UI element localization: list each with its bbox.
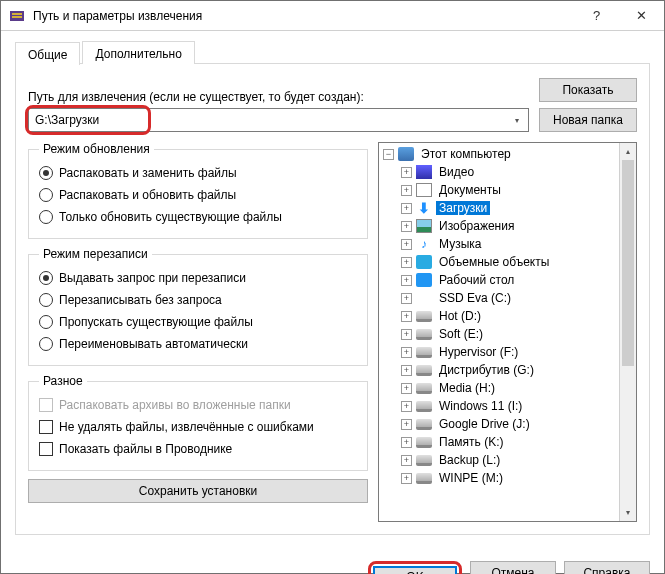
tab-general[interactable]: Общие — [15, 42, 80, 65]
update-mode-option[interactable]: Распаковать и обновить файлы — [39, 184, 357, 206]
img-icon — [416, 219, 432, 233]
tree-label: Дистрибутив (G:) — [436, 363, 537, 377]
update-mode-option[interactable]: Распаковать и заменить файлы — [39, 162, 357, 184]
tree-label: Рабочий стол — [436, 273, 517, 287]
dialog-footer: OK Отмена Справка — [1, 549, 664, 574]
expander-icon[interactable]: + — [401, 167, 412, 178]
checkbox-icon — [39, 398, 53, 412]
expander-icon[interactable]: + — [401, 473, 412, 484]
scrollbar-thumb[interactable] — [622, 160, 634, 366]
drv-icon — [416, 347, 432, 358]
tree-node[interactable]: +Hypervisor (F:) — [401, 343, 619, 361]
expander-icon[interactable]: − — [383, 149, 394, 160]
tree-label: Backup (L:) — [436, 453, 503, 467]
folder-tree[interactable]: −Этот компьютер+Видео+Документы+⬇Загрузк… — [379, 143, 619, 521]
drv-icon — [416, 311, 432, 322]
radio-icon — [39, 293, 53, 307]
tree-node[interactable]: +Hot (D:) — [401, 307, 619, 325]
overwrite-mode-option[interactable]: Пропускать существующие файлы — [39, 311, 357, 333]
tree-node[interactable]: +Объемные объекты — [401, 253, 619, 271]
tree-node[interactable]: +SSD Eva (C:) — [401, 289, 619, 307]
titlebar: Путь и параметры извлечения ? ✕ — [1, 1, 664, 31]
show-button[interactable]: Показать — [539, 78, 637, 102]
checkbox-icon — [39, 420, 53, 434]
app-icon — [9, 8, 25, 24]
checkbox-icon — [39, 442, 53, 456]
path-input[interactable] — [28, 108, 529, 132]
tab-advanced[interactable]: Дополнительно — [82, 41, 194, 64]
path-dropdown-arrow[interactable]: ▾ — [509, 112, 525, 128]
tab-strip: Общие Дополнительно — [15, 41, 650, 64]
expander-icon[interactable]: + — [401, 347, 412, 358]
scrollbar-track[interactable] — [620, 160, 636, 504]
overwrite-mode-option[interactable]: Перезаписывать без запроса — [39, 289, 357, 311]
tree-node[interactable]: +Windows 11 (I:) — [401, 397, 619, 415]
tree-node[interactable]: +Google Drive (J:) — [401, 415, 619, 433]
save-settings-button[interactable]: Сохранить установки — [28, 479, 368, 503]
tree-node[interactable]: +Media (H:) — [401, 379, 619, 397]
scroll-down-icon[interactable]: ▾ — [620, 504, 636, 521]
drv-icon — [416, 437, 432, 448]
tree-node[interactable]: +Backup (L:) — [401, 451, 619, 469]
expander-icon[interactable]: + — [401, 383, 412, 394]
drv-icon — [416, 401, 432, 412]
update-mode-label: Только обновить существующие файлы — [59, 210, 282, 224]
cancel-button[interactable]: Отмена — [470, 561, 556, 574]
tree-node-root[interactable]: −Этот компьютер — [383, 145, 619, 163]
doc-icon — [416, 183, 432, 197]
misc-option[interactable]: Не удалять файлы, извлечённые с ошибками — [39, 416, 357, 438]
drv-icon — [416, 419, 432, 430]
tree-node[interactable]: +Видео — [401, 163, 619, 181]
expander-icon[interactable]: + — [401, 185, 412, 196]
expander-icon[interactable]: + — [401, 257, 412, 268]
tree-node[interactable]: +Документы — [401, 181, 619, 199]
expander-icon[interactable]: + — [401, 455, 412, 466]
misc-option[interactable]: Показать файлы в Проводнике — [39, 438, 357, 460]
tree-label: Музыка — [436, 237, 484, 251]
client-area: Общие Дополнительно Путь для извлечения … — [1, 31, 664, 549]
overwrite-mode-legend: Режим перезаписи — [39, 247, 152, 261]
expander-icon[interactable]: + — [401, 437, 412, 448]
tree-label: Объемные объекты — [436, 255, 552, 269]
expander-icon[interactable]: + — [401, 293, 412, 304]
tree-label: SSD Eva (C:) — [436, 291, 514, 305]
expander-icon[interactable]: + — [401, 329, 412, 340]
expander-icon[interactable]: + — [401, 221, 412, 232]
update-mode-label: Распаковать и заменить файлы — [59, 166, 237, 180]
svg-rect-2 — [12, 16, 22, 18]
expander-icon[interactable]: + — [401, 203, 412, 214]
tree-node[interactable]: +Soft (E:) — [401, 325, 619, 343]
expander-icon[interactable]: + — [401, 311, 412, 322]
mus-icon: ♪ — [416, 237, 432, 251]
scroll-up-icon[interactable]: ▴ — [620, 143, 636, 160]
overwrite-mode-option[interactable]: Переименовывать автоматически — [39, 333, 357, 355]
expander-icon[interactable]: + — [401, 419, 412, 430]
update-mode-option[interactable]: Только обновить существующие файлы — [39, 206, 357, 228]
drv-icon — [416, 365, 432, 376]
overwrite-mode-label: Пропускать существующие файлы — [59, 315, 253, 329]
tree-node[interactable]: +Дистрибутив (G:) — [401, 361, 619, 379]
tree-node[interactable]: +Рабочий стол — [401, 271, 619, 289]
new-folder-button[interactable]: Новая папка — [539, 108, 637, 132]
expander-icon[interactable]: + — [401, 239, 412, 250]
radio-icon — [39, 188, 53, 202]
overwrite-mode-option[interactable]: Выдавать запрос при перезаписи — [39, 267, 357, 289]
expander-icon[interactable]: + — [401, 365, 412, 376]
tree-node[interactable]: +Изображения — [401, 217, 619, 235]
tree-node[interactable]: +WINPE (M:) — [401, 469, 619, 487]
radio-icon — [39, 166, 53, 180]
ok-button[interactable]: OK — [373, 566, 457, 574]
tree-node[interactable]: +Память (K:) — [401, 433, 619, 451]
help-button[interactable]: ? — [574, 1, 619, 30]
tree-label: Google Drive (J:) — [436, 417, 533, 431]
tree-scrollbar[interactable]: ▴ ▾ — [619, 143, 636, 521]
tree-node[interactable]: +⬇Загрузки — [401, 199, 619, 217]
overwrite-mode-label: Перезаписывать без запроса — [59, 293, 222, 307]
misc-label: Не удалять файлы, извлечённые с ошибками — [59, 420, 314, 434]
tree-label: Этот компьютер — [418, 147, 514, 161]
expander-icon[interactable]: + — [401, 275, 412, 286]
help-button-footer[interactable]: Справка — [564, 561, 650, 574]
tree-node[interactable]: +♪Музыка — [401, 235, 619, 253]
close-button[interactable]: ✕ — [619, 1, 664, 30]
expander-icon[interactable]: + — [401, 401, 412, 412]
